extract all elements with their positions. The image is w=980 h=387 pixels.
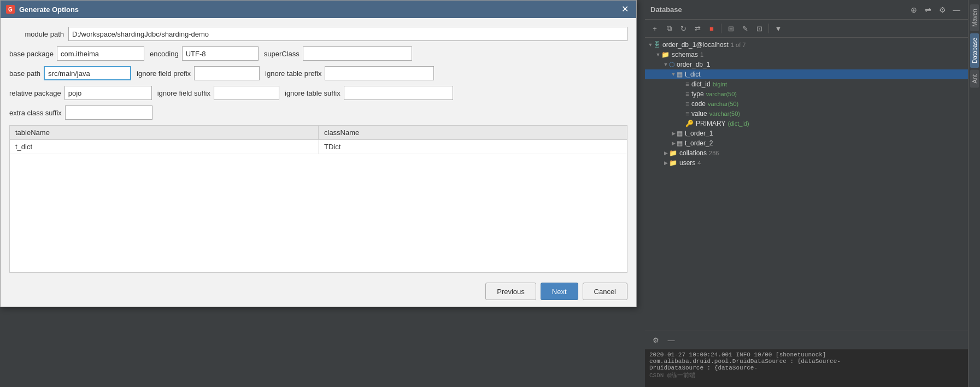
- superclass-label: superClass: [264, 50, 300, 58]
- database-panel-header: Database ⊕ ⇌ ⚙ —: [645, 0, 968, 20]
- table-icon-t-dict: ▦: [677, 71, 683, 78]
- extra-class-suffix-row: extra class suffix: [9, 105, 627, 120]
- root-meta: 1 of 7: [731, 42, 746, 48]
- tree-item-root[interactable]: ▼ 🗄 order_db_1@localhost 1 of 7: [645, 40, 968, 50]
- ignore-field-prefix-input[interactable]: [194, 66, 260, 80]
- tree-item-collations[interactable]: ▶ 📁 collations 286: [645, 148, 968, 158]
- side-tab-database[interactable]: Database: [970, 33, 979, 68]
- ignore-field-suffix-label: ignore field suffix: [157, 89, 210, 97]
- extra-class-suffix-input[interactable]: [65, 105, 152, 120]
- ignore-table-suffix-input[interactable]: [344, 86, 453, 100]
- dialog-title: Generate Options: [19, 5, 79, 14]
- tree-item-primary[interactable]: ▶ 🔑 PRIMARY (dict_id): [645, 119, 968, 128]
- side-tab-maven[interactable]: Maven: [970, 4, 979, 31]
- type-name: type: [691, 90, 704, 98]
- encoding-input[interactable]: [182, 46, 259, 61]
- ignore-table-prefix-input[interactable]: [325, 66, 434, 80]
- generate-options-dialog: G Generate Options ✕ module path base pa…: [0, 0, 637, 307]
- encoding-label: encoding: [150, 50, 179, 58]
- tree-item-t-dict[interactable]: ▼ ▦ t_dict: [645, 69, 968, 79]
- db-action-bar: + ⧉ ↻ ⇄ ■ ⊞ ✎ ⊡ ▼: [645, 20, 968, 38]
- value-type: varchar(50): [709, 110, 740, 117]
- base-package-input[interactable]: [57, 46, 144, 61]
- table-header-classname: className: [319, 126, 627, 139]
- tree-item-dict-id[interactable]: ▶ ≡ dict_id bigint: [645, 79, 968, 89]
- schemas-meta: 1: [700, 51, 703, 58]
- side-tab-ant[interactable]: Ant: [970, 70, 979, 88]
- tree-item-schemas[interactable]: ▼ 📁 schemas 1: [645, 50, 968, 60]
- module-path-input[interactable]: [68, 27, 627, 41]
- stop-icon[interactable]: ■: [705, 22, 718, 35]
- sync-icon[interactable]: ⇄: [691, 22, 704, 35]
- button-row: Previous Next Cancel: [9, 278, 627, 300]
- extra-class-suffix-label: extra class suffix: [9, 109, 62, 117]
- copy-icon[interactable]: ⧉: [662, 22, 676, 35]
- dict-id-type: bigint: [713, 81, 727, 87]
- column-icon-value: ≡: [685, 110, 689, 118]
- transfer-icon[interactable]: ⇌: [922, 4, 934, 16]
- superclass-group: superClass: [264, 46, 412, 61]
- table-header: tableName className: [10, 126, 627, 140]
- console-line-2: DruidDataSource : {dataSource-: [649, 365, 964, 371]
- table-cell-tablename: t_dict: [10, 140, 319, 154]
- relative-package-group: relative package: [9, 86, 152, 100]
- separator-2: [768, 24, 769, 33]
- add-icon[interactable]: +: [648, 22, 661, 35]
- arrow-order-db-1: ▼: [662, 62, 669, 67]
- tree-item-users[interactable]: ▶ 📁 users 4: [645, 158, 968, 168]
- primary-name: PRIMARY: [696, 120, 725, 127]
- tree-item-order-db-1[interactable]: ▼ ⬡ order_db_1: [645, 60, 968, 69]
- relative-package-input[interactable]: [64, 86, 152, 100]
- cancel-button[interactable]: Cancel: [583, 283, 627, 300]
- dict-id-name: dict_id: [691, 80, 711, 88]
- column-icon-dict-id: ≡: [685, 80, 689, 88]
- refresh-icon[interactable]: ↻: [677, 22, 690, 35]
- panel-toolbar: ⊕ ⇌ ⚙ —: [908, 4, 963, 16]
- dialog-title-content: G Generate Options: [6, 5, 79, 14]
- db-icon: 🗄: [654, 41, 660, 49]
- table-row[interactable]: t_dict TDict: [10, 140, 627, 154]
- superclass-input[interactable]: [303, 46, 412, 61]
- database-panel-title: Database: [650, 5, 682, 14]
- primary-type: (dict_id): [727, 120, 749, 127]
- users-meta: 4: [697, 160, 701, 166]
- minimize-icon[interactable]: —: [950, 4, 963, 16]
- next-button[interactable]: Next: [541, 283, 578, 300]
- folder-icon-users: 📁: [669, 159, 677, 167]
- base-path-group: base path: [9, 66, 131, 80]
- filter-icon[interactable]: ▼: [772, 22, 785, 35]
- ignore-field-prefix-label: ignore field prefix: [137, 69, 191, 78]
- base-path-input[interactable]: [44, 66, 131, 80]
- schema-icon: ⬡: [669, 61, 674, 68]
- settings-bottom-icon[interactable]: ⚙: [649, 333, 662, 347]
- t-dict-name: t_dict: [685, 71, 701, 78]
- arrow-root: ▼: [647, 42, 654, 48]
- tree-item-type[interactable]: ▶ ≡ type varchar(50): [645, 89, 968, 99]
- table-icon-t-order-2: ▦: [677, 139, 683, 147]
- globe-icon[interactable]: ⊕: [908, 4, 920, 16]
- tree-item-code[interactable]: ▶ ≡ code varchar(50): [645, 99, 968, 109]
- dialog-area: G Generate Options ✕ module path base pa…: [0, 0, 645, 387]
- table-icon[interactable]: ⊞: [724, 22, 737, 35]
- value-name: value: [691, 110, 707, 118]
- arrow-t-order-2: ▶: [670, 140, 677, 146]
- extra-class-suffix-group: extra class suffix: [9, 105, 152, 120]
- schemas-name: schemas: [672, 51, 698, 58]
- database-tree: ▼ 🗄 order_db_1@localhost 1 of 7 ▼ 📁 sche…: [645, 38, 968, 331]
- tree-item-t-order-2[interactable]: ▶ ▦ t_order_2: [645, 138, 968, 148]
- close-button[interactable]: ✕: [619, 5, 631, 14]
- db-bottom-icons: ⚙ —: [649, 333, 678, 347]
- settings-icon[interactable]: ⚙: [936, 4, 948, 16]
- previous-button[interactable]: Previous: [485, 283, 536, 300]
- ignore-field-suffix-input[interactable]: [214, 86, 279, 100]
- tree-item-t-order-1[interactable]: ▶ ▦ t_order_1: [645, 128, 968, 138]
- t-order-2-name: t_order_2: [685, 139, 713, 147]
- query-icon[interactable]: ⊡: [753, 22, 766, 35]
- module-path-row: module path: [9, 27, 627, 41]
- db-bottom-toolbar: ⚙ —: [645, 331, 968, 349]
- console-line-1: 2020-01-27 10:00:24.001 INFO 10/00 [shon…: [649, 351, 964, 365]
- tree-item-value[interactable]: ▶ ≡ value varchar(50): [645, 109, 968, 119]
- minimize-bottom-icon[interactable]: —: [665, 333, 678, 347]
- edit-icon[interactable]: ✎: [738, 22, 752, 35]
- ignore-table-suffix-label: ignore table suffix: [285, 89, 341, 97]
